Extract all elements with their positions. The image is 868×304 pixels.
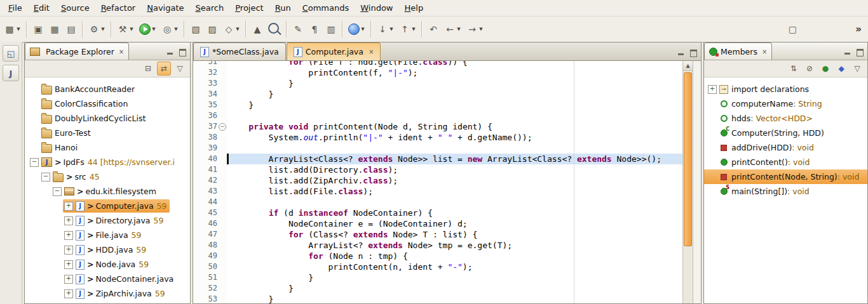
close-view-icon[interactable]: × xyxy=(762,48,767,55)
tree-item-euro-test[interactable]: +Euro-Test xyxy=(25,126,190,140)
tree-item-hanoi[interactable]: +Hanoi xyxy=(25,140,190,155)
last-edit-location-button[interactable]: ↶ xyxy=(426,22,441,37)
code-line-37[interactable]: 37− private void printContent(Node d, St… xyxy=(193,121,682,132)
search-button[interactable] xyxy=(266,21,283,37)
menu-file[interactable]: File xyxy=(3,1,28,15)
view-menu-icon[interactable]: ▽ xyxy=(850,62,864,76)
new-class-button[interactable]: ◇▼ xyxy=(221,22,242,37)
tree-item-bankaccountreader[interactable]: +BankAccountReader xyxy=(25,82,190,96)
next-annotation-button[interactable]: ↓▼ xyxy=(375,22,396,37)
minimize-icon[interactable] xyxy=(677,50,685,56)
dropdown-arrow-icon[interactable]: ▼ xyxy=(235,27,240,32)
debug-button[interactable]: ⚒▼ xyxy=(115,22,136,37)
back-button[interactable]: ←▼ xyxy=(442,22,463,37)
member-printcontent-node-string[interactable]: printContent(Node, String) : void xyxy=(704,169,867,184)
code-line-51[interactable]: 51 } xyxy=(193,272,682,283)
code-line-33[interactable]: 33 } xyxy=(193,78,682,89)
tree-item-src[interactable]: −>src45 xyxy=(25,169,190,184)
menu-commands[interactable]: Commands xyxy=(297,1,355,15)
dropdown-arrow-icon[interactable]: ▼ xyxy=(360,27,365,32)
menu-edit[interactable]: Edit xyxy=(28,1,55,15)
editor-tab-someclass-java[interactable]: J*SomeClass.java xyxy=(193,43,286,60)
view-menu-icon[interactable]: ▽ xyxy=(173,62,187,76)
menu-navigate[interactable]: Navigate xyxy=(141,1,189,15)
menu-project[interactable]: Project xyxy=(229,1,269,15)
expander-icon[interactable]: − xyxy=(30,158,39,167)
dropdown-arrow-icon[interactable]: ▼ xyxy=(151,27,156,32)
member-computername[interactable]: computerName : String xyxy=(704,96,867,111)
member-hdds[interactable]: hdds : Vector<HDD> xyxy=(704,111,867,126)
previous-annotation-button[interactable]: ↑▼ xyxy=(397,22,418,37)
code-line-34[interactable]: 34 } xyxy=(193,89,682,100)
forward-button[interactable]: →▼ xyxy=(465,22,485,37)
expander-icon[interactable]: + xyxy=(64,246,73,254)
external-tools-button[interactable]: ⚙▼ xyxy=(86,22,107,37)
maximize-icon[interactable] xyxy=(856,49,864,55)
toolbar-overflow-button[interactable]: » xyxy=(855,23,862,35)
code-line-40[interactable]: 40 ArrayList<Class<? extends Node>> list… xyxy=(193,154,682,164)
java-editor-shortcut-icon[interactable]: J xyxy=(3,65,19,81)
print-button[interactable]: ▤ xyxy=(64,22,79,37)
dropdown-arrow-icon[interactable]: ▼ xyxy=(478,27,484,32)
tree-item-file-java[interactable]: +J>File.java59 xyxy=(25,228,190,242)
minimize-icon[interactable] xyxy=(844,49,851,55)
link-with-editor-icon[interactable]: ⇄ xyxy=(157,62,171,76)
tree-item-computer-java[interactable]: +J>Computer.java59 xyxy=(25,199,190,213)
menu-refactor[interactable]: Refactor xyxy=(95,1,142,15)
tree-item-hdd-java[interactable]: +J>HDD.java59 xyxy=(25,242,190,257)
maximize-icon[interactable] xyxy=(179,49,186,55)
code-line-50[interactable]: 50 printContent(n, ident + "-"); xyxy=(193,261,682,272)
show-whitespace-button[interactable]: ¶ xyxy=(307,22,322,37)
close-tab-icon[interactable]: × xyxy=(369,48,374,55)
members-tab[interactable]: Members × xyxy=(704,43,772,60)
code-line-49[interactable]: 49 for (Node n : tmp) { xyxy=(193,251,682,261)
expander-icon[interactable]: + xyxy=(64,289,73,298)
dropdown-arrow-icon[interactable]: ▼ xyxy=(129,27,134,32)
member-printcontent[interactable]: printContent() : void xyxy=(704,155,867,169)
sort-icon[interactable]: ⇅ xyxy=(787,62,801,76)
show-selected-element-only-button[interactable]: ▥ xyxy=(323,22,339,37)
run-history-button[interactable]: ◎▼ xyxy=(159,22,180,37)
member-import-declarations[interactable]: +→import declarations xyxy=(704,82,867,96)
save-all-button[interactable]: ▦ xyxy=(47,22,62,37)
new-java-project-button[interactable]: ▧ xyxy=(188,22,203,37)
code-line-53[interactable]: 53 } xyxy=(193,294,682,303)
dropdown-arrow-icon[interactable]: ▼ xyxy=(456,27,461,32)
expander-icon[interactable]: − xyxy=(53,187,62,196)
restore-views-icon[interactable]: ◱ xyxy=(3,45,19,62)
editor-vertical-scrollbar[interactable]: ▲ xyxy=(682,61,693,303)
expander-icon[interactable]: + xyxy=(64,202,73,211)
collapse-all-icon[interactable]: ⊟ xyxy=(141,62,155,76)
dropdown-arrow-icon[interactable]: ▼ xyxy=(389,27,394,32)
menu-run[interactable]: Run xyxy=(269,1,297,15)
fast-view-area-button[interactable]: ▢ xyxy=(785,22,800,37)
run-button[interactable]: ▼ xyxy=(137,22,158,37)
hide-non-public-members-icon[interactable]: ◆ xyxy=(834,62,848,76)
new-wizard-button[interactable]: ▩▼ xyxy=(2,22,23,37)
code-line-41[interactable]: 41 list.add(Directory.class); xyxy=(193,164,682,175)
maximize-icon[interactable] xyxy=(689,50,697,56)
code-area[interactable]: 31 for (File f : hdd.get(File.class)) {3… xyxy=(193,61,682,303)
member-computer-string-hdd[interactable]: CComputer(String, HDD) xyxy=(704,126,867,140)
code-line-36[interactable]: 36 xyxy=(193,110,682,121)
menu-search[interactable]: Search xyxy=(190,1,230,15)
menu-window[interactable]: Window xyxy=(355,1,398,15)
menu-source[interactable]: Source xyxy=(55,1,95,15)
save-button[interactable]: ▣ xyxy=(31,22,46,37)
hide-static-members-icon[interactable]: ● xyxy=(818,62,832,76)
expander-icon[interactable]: + xyxy=(64,231,73,240)
member-main-string[interactable]: Smain(String[]) : void xyxy=(704,184,867,199)
code-line-32[interactable]: 32 printContent(f, "|-"); xyxy=(193,67,682,78)
expander-icon[interactable]: + xyxy=(64,275,73,284)
code-line-45[interactable]: 45 if (d instanceof NodeContainer) { xyxy=(193,208,682,218)
code-line-39[interactable]: 39 xyxy=(193,143,682,154)
menu-help[interactable]: Help xyxy=(399,1,430,15)
expander-icon[interactable]: + xyxy=(64,260,73,269)
member-adddrive-hdd[interactable]: addDrive(HDD) : void xyxy=(704,140,867,155)
code-line-52[interactable]: 52 } xyxy=(193,283,682,294)
code-line-48[interactable]: 48 ArrayList<? extends Node> tmp = e.get… xyxy=(193,240,682,251)
code-line-43[interactable]: 43 list.add(File.class); xyxy=(193,186,682,197)
tree-item-node-java[interactable]: +J>Node.java59 xyxy=(25,257,190,272)
editor-tab-computer-java[interactable]: JComputer.java× xyxy=(287,43,381,60)
code-line-35[interactable]: 35 } xyxy=(193,100,682,110)
